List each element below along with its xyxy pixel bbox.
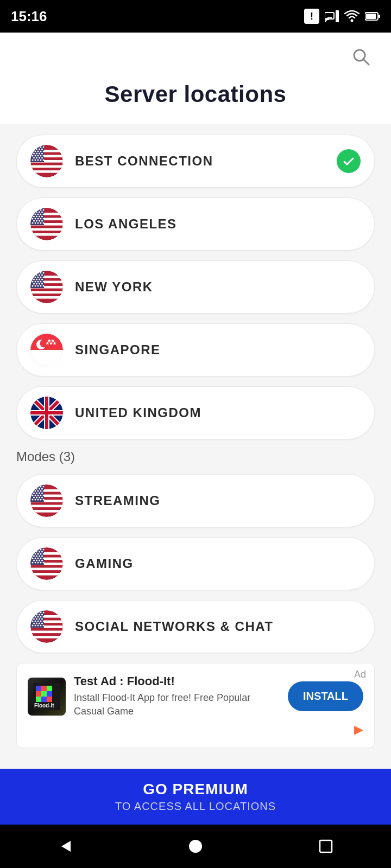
svg-point-36 <box>35 155 36 157</box>
svg-point-235 <box>37 612 39 614</box>
svg-rect-146 <box>30 411 63 414</box>
svg-point-61 <box>43 209 45 211</box>
svg-point-180 <box>39 497 40 499</box>
svg-rect-270 <box>41 691 47 697</box>
location-item-sg[interactable]: SINGAPORE <box>16 323 375 376</box>
location-item-streaming[interactable]: STREAMING <box>16 474 375 527</box>
svg-rect-152 <box>30 505 63 508</box>
svg-point-245 <box>40 616 42 618</box>
location-item-la[interactable]: LOS ANGELES <box>16 197 375 251</box>
svg-point-97 <box>35 272 36 274</box>
nav-home-button[interactable] <box>182 833 209 860</box>
svg-point-40 <box>33 157 35 159</box>
svg-rect-94 <box>30 296 63 299</box>
svg-point-104 <box>41 275 43 276</box>
location-item-gaming[interactable]: GAMING <box>16 537 375 590</box>
svg-point-168 <box>43 490 45 492</box>
svg-rect-268 <box>47 686 52 691</box>
svg-point-37 <box>37 155 39 157</box>
location-name-la: LOS ANGELES <box>75 216 361 232</box>
svg-point-42 <box>39 157 40 159</box>
svg-point-223 <box>37 562 39 564</box>
svg-point-254 <box>40 621 42 622</box>
svg-point-210 <box>39 556 40 557</box>
svg-point-165 <box>35 490 36 492</box>
svg-point-88 <box>43 222 45 224</box>
nav-back-button[interactable] <box>52 833 79 860</box>
svg-point-171 <box>39 493 40 494</box>
ad-label: Ad <box>354 669 366 680</box>
alert-icon: ! <box>304 9 319 24</box>
svg-point-176 <box>40 495 42 496</box>
svg-point-58 <box>35 209 36 211</box>
svg-point-160 <box>33 488 35 490</box>
svg-point-19 <box>37 146 39 148</box>
flag-us-la <box>30 208 63 240</box>
svg-point-166 <box>37 490 39 492</box>
svg-point-99 <box>40 272 42 274</box>
svg-rect-55 <box>30 233 63 236</box>
ad-desc: Install Flood-It App for free! Free Popu… <box>74 691 280 718</box>
ad-install-button[interactable]: INSTALL <box>288 681 363 711</box>
svg-point-224 <box>40 562 42 564</box>
svg-point-71 <box>33 216 35 218</box>
svg-point-35 <box>32 155 34 157</box>
svg-point-112 <box>39 279 40 280</box>
flag-sg <box>30 334 63 366</box>
svg-point-69 <box>40 214 42 215</box>
svg-point-194 <box>32 549 34 551</box>
svg-point-195 <box>35 549 36 551</box>
svg-point-108 <box>40 277 42 278</box>
svg-point-240 <box>39 614 40 616</box>
svg-rect-274 <box>47 697 52 702</box>
svg-point-200 <box>36 551 37 553</box>
svg-point-198 <box>43 549 45 551</box>
svg-point-219 <box>39 560 40 561</box>
svg-point-209 <box>36 556 37 557</box>
svg-point-74 <box>41 216 43 218</box>
svg-point-79 <box>43 218 45 220</box>
svg-point-33 <box>39 153 40 155</box>
svg-point-179 <box>36 497 37 499</box>
svg-point-105 <box>32 277 34 278</box>
flag-us-best <box>30 145 63 177</box>
ad-title: Test Ad : Flood-It! <box>74 674 280 688</box>
svg-rect-6 <box>366 14 376 19</box>
premium-bar[interactable]: GO PREMIUM TO ACCESS ALL LOCATIONS <box>0 769 391 825</box>
svg-point-67 <box>35 214 36 215</box>
svg-point-182 <box>32 499 34 501</box>
svg-point-18 <box>35 146 36 148</box>
search-button[interactable] <box>348 43 375 71</box>
location-item-uk[interactable]: UNITED KINGDOM <box>16 386 375 439</box>
svg-point-213 <box>35 558 36 559</box>
flag-us-ny <box>30 271 63 303</box>
svg-point-199 <box>33 551 35 553</box>
svg-point-181 <box>41 497 43 499</box>
svg-rect-273 <box>41 697 47 702</box>
location-name-best: BEST CONNECTION <box>75 154 337 169</box>
svg-point-234 <box>35 612 36 614</box>
svg-point-122 <box>41 283 43 285</box>
nav-recent-button[interactable] <box>312 833 339 860</box>
svg-point-248 <box>36 618 37 620</box>
svg-point-47 <box>40 159 42 161</box>
location-item-ny[interactable]: NEW YORK <box>16 260 375 314</box>
svg-point-259 <box>41 623 43 624</box>
location-item-social[interactable]: SOCIAL NETWORKS & CHAT <box>16 600 375 653</box>
svg-point-173 <box>32 495 34 496</box>
svg-point-23 <box>36 149 37 150</box>
premium-subtitle: TO ACCESS ALL LOCATIONS <box>16 800 375 813</box>
svg-point-48 <box>43 159 45 161</box>
location-item-best[interactable]: BEST CONNECTION <box>16 135 375 188</box>
svg-point-57 <box>32 209 34 211</box>
svg-point-70 <box>43 214 45 215</box>
check-badge-best <box>337 149 361 173</box>
svg-point-163 <box>41 488 43 490</box>
svg-point-84 <box>32 222 34 224</box>
svg-point-203 <box>32 553 34 555</box>
svg-point-115 <box>35 281 36 283</box>
svg-point-178 <box>33 497 35 499</box>
svg-point-277 <box>189 840 202 853</box>
svg-point-207 <box>43 553 45 555</box>
svg-point-162 <box>39 488 40 490</box>
